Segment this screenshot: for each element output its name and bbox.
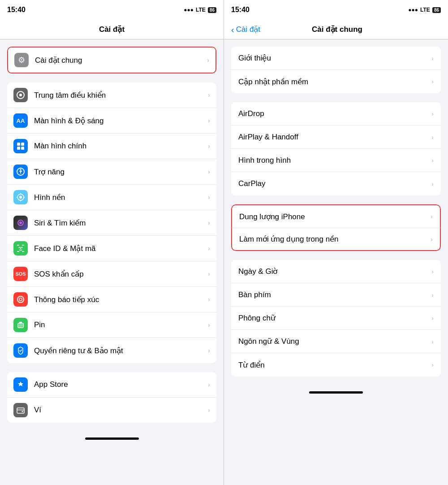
- cap-nhat-label: Cập nhật phần mềm: [238, 77, 431, 87]
- tro-nang-icon: [13, 165, 28, 179]
- battery-badge: 86: [208, 7, 216, 13]
- settings-item-vi[interactable]: Ví ›: [7, 398, 216, 423]
- connectivity-group: AirDrop › AirPlay & Handoff › Hình trong…: [231, 102, 441, 195]
- svg-point-22: [19, 247, 20, 248]
- svg-rect-29: [19, 324, 23, 327]
- settings-item-sos[interactable]: SOS SOS khẩn cấp ›: [7, 261, 216, 287]
- phong-chu-label: Phông chữ: [238, 313, 431, 323]
- vi-label: Ví: [34, 406, 208, 415]
- right-item-lam-moi[interactable]: Làm mới ứng dụng trong nền ›: [231, 228, 441, 251]
- right-nav-bar: ‹ Cài đặt Cài đặt chung: [224, 20, 448, 39]
- man-hinh-icon: AA: [13, 113, 28, 128]
- right-item-carplay[interactable]: CarPlay ›: [231, 172, 441, 195]
- right-item-cap-nhat[interactable]: Cập nhật phần mềm ›: [231, 70, 441, 93]
- airdrop-label: AirDrop: [238, 109, 431, 118]
- right-signal-icon: ●●●: [408, 7, 418, 13]
- settings-item-man-hinh-chinh[interactable]: Màn hình chính ›: [7, 134, 216, 159]
- left-nav-title: Cài đặt: [99, 25, 125, 34]
- settings-item-app-store[interactable]: App Store ›: [7, 372, 216, 398]
- siri-icon: [13, 216, 28, 230]
- siri-chevron: ›: [208, 219, 210, 226]
- settings-item-tro-nang[interactable]: Trợ năng ›: [7, 159, 216, 185]
- settings-item-cai-dat-chung[interactable]: ⚙ Cài đặt chung ›: [8, 48, 215, 73]
- app-store-label: App Store: [34, 380, 208, 389]
- man-hinh-chinh-chevron: ›: [208, 143, 210, 150]
- home-bar-left: [85, 437, 139, 440]
- ngay-gio-label: Ngày & Giờ: [238, 267, 431, 276]
- general-settings-group: ⚙ Cài đặt chung ›: [7, 47, 216, 74]
- airplay-handoff-chevron: ›: [431, 134, 434, 141]
- gioi-thieu-chevron: ›: [431, 55, 434, 62]
- svg-rect-28: [19, 322, 22, 324]
- thong-bao-label: Thông báo tiếp xúc: [34, 295, 208, 304]
- right-item-dung-luong[interactable]: Dung lượng iPhone ›: [231, 204, 441, 228]
- right-item-airdrop[interactable]: AirDrop ›: [231, 102, 441, 126]
- svg-point-7: [20, 169, 22, 170]
- svg-rect-2: [17, 143, 20, 146]
- svg-rect-18: [17, 245, 19, 246]
- right-item-ban-phim[interactable]: Bàn phím ›: [231, 283, 441, 307]
- right-item-gioi-thieu[interactable]: Giới thiệu ›: [231, 47, 441, 70]
- cai-dat-chung-chevron: ›: [207, 56, 209, 64]
- settings-item-trung-tam[interactable]: Trung tâm điều khiển ›: [7, 82, 216, 108]
- svg-rect-19: [22, 245, 24, 246]
- right-item-ngon-ngu[interactable]: Ngôn ngữ & Vùng ›: [231, 330, 441, 353]
- left-settings-list[interactable]: ⚙ Cài đặt chung › Trung tâm điều khiển ›…: [0, 39, 224, 485]
- right-item-airplay-handoff[interactable]: AirPlay & Handoff ›: [231, 126, 441, 149]
- ban-phim-chevron: ›: [431, 291, 434, 299]
- right-item-tu-dien[interactable]: Từ điển ›: [231, 353, 441, 377]
- right-item-hinh-trong-hinh[interactable]: Hình trong hình ›: [231, 149, 441, 172]
- tro-nang-chevron: ›: [208, 168, 210, 175]
- right-battery-badge: 86: [432, 7, 441, 13]
- hinh-nen-label: Hình nền: [34, 193, 208, 202]
- back-button[interactable]: ‹ Cài đặt: [231, 25, 260, 34]
- settings-item-siri[interactable]: Siri & Tìm kiếm ›: [7, 210, 216, 236]
- trung-tam-icon: [13, 88, 28, 102]
- svg-rect-5: [21, 147, 24, 150]
- right-item-phong-chu[interactable]: Phông chữ ›: [231, 307, 441, 330]
- carplay-label: CarPlay: [238, 179, 431, 188]
- settings-item-quyen-rieng-tu[interactable]: Quyền riêng tư & Bảo mật ›: [7, 338, 216, 363]
- svg-rect-21: [22, 251, 24, 252]
- phong-chu-chevron: ›: [431, 315, 434, 322]
- svg-rect-20: [17, 251, 19, 252]
- sos-chevron: ›: [208, 270, 210, 277]
- settings-item-man-hinh[interactable]: AA Màn hình & Độ sáng ›: [7, 108, 216, 134]
- info-group: Giới thiệu › Cập nhật phần mềm ›: [231, 47, 441, 93]
- pin-icon: [13, 318, 28, 332]
- svg-point-25: [17, 296, 24, 303]
- main-settings-group: Trung tâm điều khiển › AA Màn hình & Độ …: [7, 82, 216, 363]
- right-time: 15:40: [231, 6, 250, 14]
- lam-moi-label: Làm mới ứng dụng trong nền: [239, 234, 431, 244]
- vi-icon: [13, 403, 28, 417]
- carplay-chevron: ›: [431, 180, 434, 187]
- lam-moi-chevron: ›: [431, 236, 433, 243]
- right-settings-list[interactable]: Giới thiệu › Cập nhật phần mềm › AirDrop…: [224, 39, 448, 485]
- man-hinh-label: Màn hình & Độ sáng: [34, 116, 208, 126]
- datetime-group: Ngày & Giờ › Bàn phím › Phông chữ › Ngôn…: [231, 260, 441, 377]
- network-label: LTE: [196, 7, 206, 13]
- hinh-nen-icon: [13, 190, 28, 204]
- back-chevron-icon: ‹: [231, 25, 234, 34]
- thong-bao-chevron: ›: [208, 296, 210, 303]
- left-status-bar: 15:40 ●●● LTE 86: [0, 0, 224, 20]
- pin-chevron: ›: [208, 321, 210, 329]
- pin-label: Pin: [34, 320, 208, 329]
- settings-item-hinh-nen[interactable]: Hình nền ›: [7, 185, 216, 210]
- settings-item-pin[interactable]: Pin ›: [7, 312, 216, 338]
- svg-point-1: [19, 94, 22, 96]
- right-item-ngay-gio[interactable]: Ngày & Giờ ›: [231, 260, 441, 283]
- cai-dat-chung-label: Cài đặt chung: [35, 56, 207, 65]
- quyen-rieng-tu-icon: [13, 343, 28, 358]
- siri-label: Siri & Tìm kiếm: [34, 218, 208, 228]
- settings-item-thong-bao[interactable]: Thông báo tiếp xúc ›: [7, 287, 216, 312]
- left-panel: 15:40 ●●● LTE 86 Cài đặt ⚙ Cài đặt chung…: [0, 0, 224, 485]
- left-status-icons: ●●● LTE 86: [184, 7, 216, 13]
- ngon-ngu-label: Ngôn ngữ & Vùng: [238, 337, 431, 346]
- settings-item-face-id[interactable]: Face ID & Mật mã ›: [7, 236, 216, 261]
- left-time: 15:40: [7, 6, 26, 14]
- right-status-bar: 15:40 ●●● LTE 86: [224, 0, 448, 20]
- thong-bao-icon: [13, 292, 28, 307]
- tu-dien-label: Từ điển: [238, 360, 431, 370]
- man-hinh-chevron: ›: [208, 117, 210, 124]
